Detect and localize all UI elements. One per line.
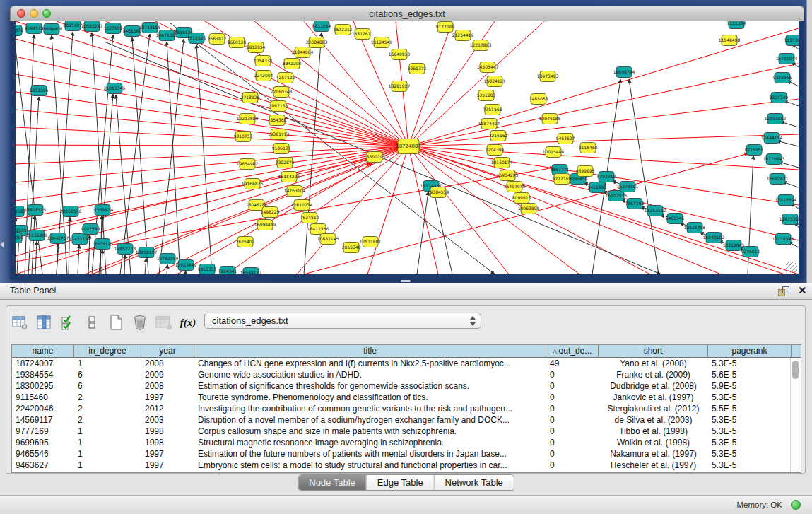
network-node[interactable] [248, 42, 264, 53]
network-node[interactable] [255, 56, 271, 66]
network-node[interactable] [616, 67, 632, 78]
network-node[interactable] [309, 37, 324, 48]
column-header-in_degree[interactable]: in_degree [74, 345, 141, 357]
table-row[interactable]: 2242004622012Investigating the contribut… [12, 403, 801, 414]
network-node[interactable] [31, 86, 47, 96]
select-columns-button[interactable] [59, 313, 77, 332]
table-cell[interactable]: 0 [546, 380, 599, 392]
table-cell[interactable]: 1997 [141, 460, 194, 471]
network-node[interactable] [243, 268, 259, 275]
network-node[interactable] [531, 94, 546, 105]
table-cell[interactable]: 9115460 [12, 392, 74, 403]
table-cell[interactable]: 2009 [141, 369, 194, 380]
row-layout-button[interactable] [83, 313, 101, 332]
table-cell[interactable]: 5.3E-5 [708, 460, 792, 471]
table-cell[interactable]: 0 [546, 414, 599, 426]
network-node[interactable] [245, 179, 260, 189]
table-cell[interactable]: 5.3E-5 [708, 414, 792, 426]
network-node[interactable] [302, 213, 317, 223]
table-cell[interactable]: 6 [74, 369, 141, 380]
table-cell[interactable]: 22420046 [12, 403, 74, 414]
network-node[interactable] [779, 54, 794, 64]
table-cell[interactable]: 2 [74, 414, 141, 426]
network-node[interactable] [343, 243, 359, 253]
network-node[interactable] [229, 37, 245, 48]
network-node[interactable] [310, 224, 326, 235]
network-node[interactable] [159, 30, 175, 41]
network-node[interactable] [65, 21, 81, 31]
network-node[interactable] [367, 152, 382, 163]
network-node[interactable] [437, 22, 453, 33]
table-cell[interactable]: 5.5E-5 [708, 403, 792, 414]
table-row[interactable]: 946554611997Estimation of the future num… [12, 448, 801, 460]
table-cell[interactable]: Dudbridge et al. (2008) [599, 380, 708, 392]
network-node[interactable] [398, 139, 419, 154]
table-cell[interactable]: 5.3E-5 [708, 448, 792, 460]
network-node[interactable] [278, 73, 293, 83]
table-cell[interactable]: 1 [74, 437, 141, 448]
network-node[interactable] [209, 34, 225, 45]
table-cell[interactable]: 5.3E-5 [708, 426, 792, 437]
network-node[interactable] [487, 76, 502, 87]
table-cell[interactable]: Changes of HCN gene expression and I(f) … [194, 358, 546, 369]
table-row[interactable]: 977716911998Corpus callosum shape and si… [12, 426, 801, 437]
network-node[interactable] [487, 145, 502, 156]
network-node[interactable] [269, 115, 285, 126]
network-node[interactable] [627, 199, 642, 209]
network-node[interactable] [63, 206, 78, 217]
table-selector-dropdown[interactable]: citations_edges.txt [204, 313, 481, 329]
table-cell[interactable]: 19384554 [12, 369, 74, 380]
network-node[interactable] [220, 267, 235, 275]
table-row[interactable]: 969969511998Structural magnetic resonanc… [12, 437, 801, 448]
network-node[interactable] [782, 214, 798, 225]
network-node[interactable] [392, 81, 407, 92]
column-header-year[interactable]: year [141, 345, 194, 357]
network-node[interactable] [16, 233, 22, 243]
network-node[interactable] [726, 240, 741, 251]
network-node[interactable] [44, 24, 59, 35]
table-cell[interactable]: 9463627 [12, 460, 74, 471]
tab-edge-table[interactable]: Edge Table [366, 475, 434, 490]
network-node[interactable] [494, 158, 510, 168]
table-cell[interactable]: Nakamura et al. (1997) [599, 448, 708, 460]
float-window-icon[interactable] [778, 286, 789, 296]
network-node[interactable] [294, 200, 310, 211]
network-node[interactable] [242, 93, 258, 103]
network-node[interactable] [95, 205, 110, 216]
network-node[interactable] [706, 233, 722, 243]
network-node[interactable] [766, 154, 782, 165]
table-cell[interactable]: 5.3E-5 [708, 358, 792, 369]
table-cell[interactable]: Hescheler et al. (1997) [599, 460, 708, 471]
close-panel-icon[interactable]: ✕ [798, 284, 807, 297]
table-cell[interactable]: Corpus callosum shape and size in male p… [194, 426, 546, 437]
network-node[interactable] [455, 30, 471, 41]
table-cell[interactable]: Tibbo et al. (1998) [599, 426, 708, 437]
table-cell[interactable]: de Silva et al. (2003) [599, 414, 708, 426]
table-cell[interactable]: 0 [546, 369, 599, 380]
network-node[interactable] [124, 26, 140, 37]
network-node[interactable] [139, 247, 154, 258]
table-cell[interactable]: 0 [546, 426, 599, 437]
tab-node-table[interactable]: Node Table [298, 475, 366, 490]
network-node[interactable] [295, 47, 310, 58]
network-node[interactable] [257, 220, 273, 230]
network-node[interactable] [237, 237, 253, 247]
network-node[interactable] [647, 206, 663, 216]
table-cell[interactable]: Disruption of a novel member of a sodium… [194, 414, 546, 426]
table-cell[interactable]: 9699695 [12, 437, 74, 448]
table-row[interactable]: 1830029562008Estimation of significance … [12, 380, 801, 392]
table-cell[interactable]: 0 [546, 392, 599, 403]
network-node[interactable] [277, 158, 293, 168]
network-node[interactable] [16, 206, 24, 217]
show-column-button[interactable] [35, 313, 53, 332]
network-node[interactable] [117, 244, 133, 255]
network-node[interactable] [26, 23, 42, 34]
table-settings-button[interactable] [11, 313, 29, 332]
table-scrollbar-thumb[interactable] [792, 361, 799, 379]
network-node[interactable] [473, 40, 488, 51]
network-node[interactable] [577, 166, 593, 177]
network-node[interactable] [580, 143, 596, 153]
table-cell[interactable]: 5.3E-5 [708, 437, 792, 448]
table-cell[interactable]: 18724007 [12, 358, 74, 369]
network-node[interactable] [235, 132, 251, 142]
